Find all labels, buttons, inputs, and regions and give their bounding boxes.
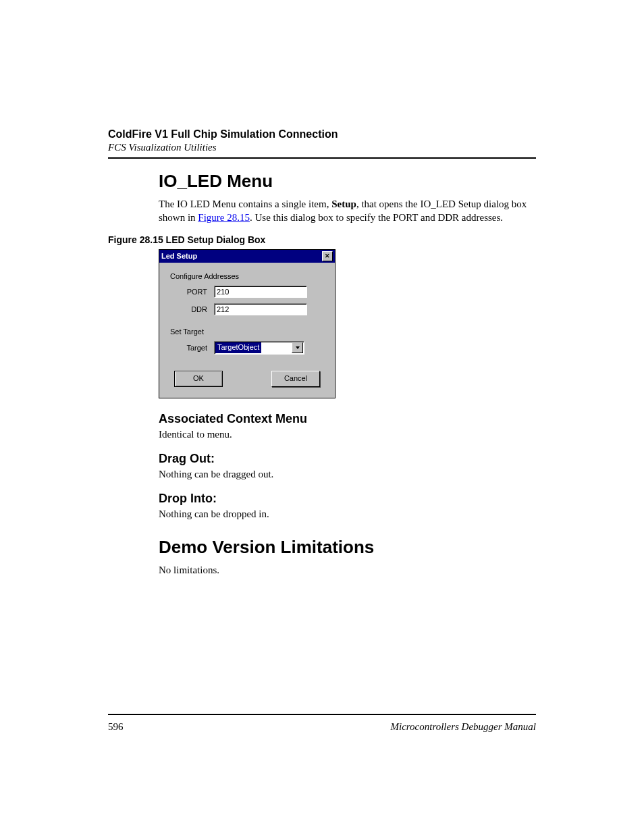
set-target-label: Set Target xyxy=(170,328,324,336)
target-dropdown[interactable]: TargetObject xyxy=(214,341,304,355)
figure-link[interactable]: Figure 28.15 xyxy=(198,212,250,223)
close-button[interactable]: ✕ xyxy=(322,251,333,261)
context-menu-text: Identical to menu. xyxy=(159,427,536,441)
ok-button[interactable]: OK xyxy=(174,371,223,387)
dialog-title: Led Setup xyxy=(161,252,197,260)
subheading-context-menu: Associated Context Menu xyxy=(159,412,536,426)
drag-out-text: Nothing can be dragged out. xyxy=(159,467,536,481)
section-paragraph: The IO LED Menu contains a single item, … xyxy=(159,197,536,225)
footer-rule xyxy=(108,714,536,715)
para-text-3: . Use this dialog box to specify the POR… xyxy=(250,212,503,223)
manual-title: Microcontrollers Debugger Manual xyxy=(390,721,536,733)
drop-into-text: Nothing can be dropped in. xyxy=(159,507,536,521)
chevron-down-icon xyxy=(292,342,303,353)
led-setup-dialog: Led Setup ✕ Configure Addresses PORT 210… xyxy=(159,249,336,398)
chapter-title: ColdFire V1 Full Chip Simulation Connect… xyxy=(108,128,536,140)
close-icon: ✕ xyxy=(325,253,330,259)
port-input[interactable]: 210 xyxy=(214,286,307,298)
target-label: Target xyxy=(170,344,214,352)
section-heading-demo: Demo Version Limitations xyxy=(159,537,536,558)
figure-caption: Figure 28.15 LED Setup Dialog Box xyxy=(108,234,536,245)
demo-text: No limitations. xyxy=(159,563,536,577)
para-text-1: The IO LED Menu contains a single item, xyxy=(159,199,331,209)
ddr-input[interactable]: 212 xyxy=(214,303,307,315)
ddr-label: DDR xyxy=(170,305,214,313)
para-bold-setup: Setup xyxy=(331,199,356,209)
dialog-titlebar: Led Setup ✕ xyxy=(159,250,335,263)
section-heading-io-led: IO_LED Menu xyxy=(159,171,536,192)
header-rule xyxy=(108,157,536,159)
port-label: PORT xyxy=(170,288,214,296)
cancel-button[interactable]: Cancel xyxy=(271,371,320,387)
subheading-drag-out: Drag Out: xyxy=(159,452,536,466)
configure-addresses-label: Configure Addresses xyxy=(170,272,324,280)
chapter-subtitle: FCS Visualization Utilities xyxy=(108,142,536,153)
target-dropdown-value: TargetObject xyxy=(215,342,261,353)
page-number: 596 xyxy=(108,721,124,733)
subheading-drop-into: Drop Into: xyxy=(159,492,536,506)
